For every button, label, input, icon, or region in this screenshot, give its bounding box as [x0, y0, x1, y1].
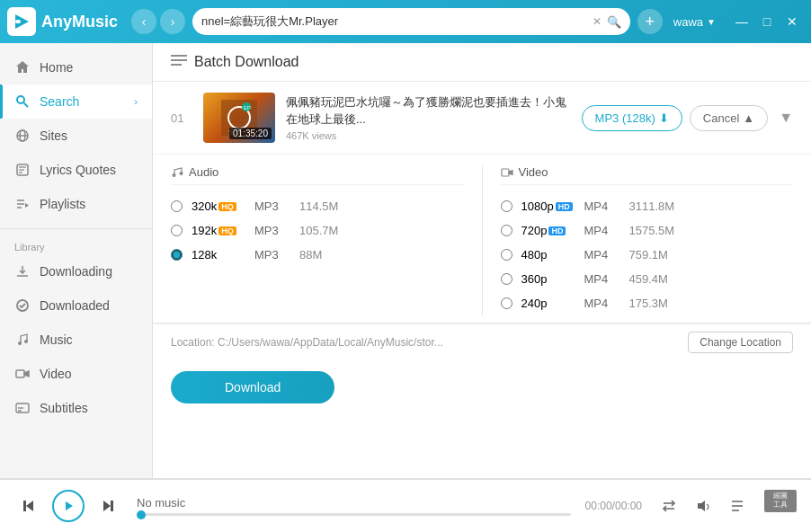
volume-button[interactable]	[691, 493, 716, 519]
batch-title: Batch Download	[194, 54, 299, 70]
format-label: MP3 (128k)	[595, 111, 655, 125]
track-row: 01 全集 EP 01:35:20 佩佩豬玩泥巴水坑囉～為了獲勝爛泥也要插進去！…	[153, 82, 811, 155]
repeat-button[interactable]	[656, 493, 682, 519]
audio-option-128k[interactable]: 128k MP3 88M	[171, 243, 464, 267]
progress-indicator	[137, 510, 146, 519]
nav-buttons: ‹ ›	[131, 9, 185, 34]
next-button[interactable]	[94, 492, 122, 520]
check-icon	[14, 297, 31, 314]
change-location-button[interactable]: Change Location	[688, 332, 793, 353]
svg-rect-37	[23, 501, 26, 511]
svg-point-32	[173, 173, 176, 177]
sidebar-item-search[interactable]: Search ›	[0, 84, 152, 119]
track-info: 佩佩豬玩泥巴水坑囉～為了獲勝爛泥也要插進去！小鬼在地球上最後... 467K v…	[286, 94, 571, 140]
player-progress-bar[interactable]	[137, 513, 571, 516]
format-select-button[interactable]: MP3 (128k) ⬇	[582, 105, 682, 131]
sidebar-label-subtitles: Subtitles	[40, 401, 88, 415]
queue-button[interactable]	[725, 493, 750, 519]
address-bar[interactable]: nnel=綜藝玩很大Mr.Player ✕ 🔍	[192, 8, 630, 35]
svg-rect-1	[15, 20, 21, 23]
track-expand-icon[interactable]: ▼	[779, 110, 793, 126]
audio-column: Audio 320kHQ MP3 114.5M 192kHQ MP3	[171, 165, 464, 315]
svg-rect-40	[111, 501, 113, 511]
cancel-button[interactable]: Cancel ▲	[690, 105, 768, 131]
quality-128k: 128k	[192, 248, 245, 262]
sidebar-label-sites: Sites	[40, 129, 67, 143]
hd-badge-720p: HD	[548, 226, 566, 235]
sidebar-item-downloading[interactable]: Downloading	[0, 254, 152, 288]
content-area: Batch Download 01 全集 EP 01:35:20 佩佩豬玩泥	[153, 43, 811, 478]
hd-badge-1080p: HD	[556, 202, 573, 211]
audio-option-320k[interactable]: 320kHQ MP3 114.5M	[171, 194, 464, 218]
app-logo: AnyMusic	[7, 7, 124, 36]
video-option-240p[interactable]: 240p MP4 175.3M	[501, 291, 794, 315]
sidebar: Home Search › Sites Lyrics Quotes Play	[0, 43, 153, 478]
close-button[interactable]: ✕	[780, 10, 804, 33]
format-type-128k: MP3	[254, 248, 290, 262]
video-radio-1080p[interactable]	[501, 200, 512, 212]
sidebar-item-music[interactable]: Music	[0, 323, 152, 357]
address-text: nnel=綜藝玩很大Mr.Player	[201, 13, 587, 30]
add-tab-button[interactable]: +	[637, 9, 663, 34]
svg-marker-38	[66, 501, 73, 510]
download-button[interactable]: Download	[171, 371, 334, 403]
forward-button[interactable]: ›	[160, 9, 185, 34]
svg-marker-35	[509, 170, 512, 174]
format-divider	[482, 165, 483, 315]
quality-720p: 720pHD	[521, 224, 575, 237]
user-name: wawa	[673, 15, 703, 29]
cancel-chevron-icon: ▲	[743, 111, 754, 125]
previous-button[interactable]	[14, 492, 43, 520]
track-duration: 01:35:20	[229, 128, 272, 139]
svg-line-3	[24, 103, 29, 108]
audio-option-192k[interactable]: 192kHQ MP3 105.7M	[171, 218, 464, 243]
video-option-480p[interactable]: 480p MP4 759.1M	[501, 243, 794, 267]
hq-badge-192k: HQ	[218, 226, 236, 235]
audio-radio-128k[interactable]	[171, 249, 183, 261]
library-label: Library	[0, 236, 152, 254]
video-option-360p[interactable]: 360p MP4 459.4M	[501, 267, 794, 291]
sidebar-item-playlists[interactable]: Playlists	[0, 187, 152, 221]
home-icon	[14, 59, 31, 75]
sidebar-item-sites[interactable]: Sites	[0, 119, 152, 153]
video-option-720p[interactable]: 720pHD MP4 1575.5M	[501, 218, 794, 243]
sidebar-item-downloaded[interactable]: Downloaded	[0, 288, 152, 323]
svg-text:EP: EP	[244, 105, 251, 111]
sidebar-label-search: Search	[40, 94, 79, 109]
audio-radio-192k[interactable]	[171, 225, 183, 236]
sidebar-item-home[interactable]: Home	[0, 50, 152, 84]
title-bar: AnyMusic ‹ › nnel=綜藝玩很大Mr.Player ✕ 🔍 + w…	[0, 0, 811, 43]
quality-192k: 192kHQ	[192, 224, 245, 237]
sidebar-item-lyrics[interactable]: Lyrics Quotes	[0, 153, 152, 187]
back-button[interactable]: ‹	[131, 9, 156, 34]
play-button[interactable]	[52, 490, 85, 522]
video-column: Video 1080pHD MP4 3111.8M 720pHD MP4	[501, 165, 794, 315]
lyrics-icon	[14, 162, 31, 178]
video-radio-360p[interactable]	[501, 273, 512, 285]
music-icon	[14, 332, 31, 348]
maximize-button[interactable]: □	[755, 10, 779, 33]
globe-icon	[14, 128, 31, 144]
video-radio-720p[interactable]	[501, 225, 512, 236]
format-size-360p: 459.4M	[629, 272, 683, 286]
video-option-1080p[interactable]: 1080pHD MP4 3111.8M	[501, 194, 794, 218]
video-radio-480p[interactable]	[501, 249, 512, 261]
address-search-icon: 🔍	[607, 15, 621, 29]
watermark: 縮圖工具	[764, 490, 797, 512]
cancel-label: Cancel	[703, 111, 739, 125]
address-clear-icon[interactable]: ✕	[593, 15, 602, 28]
user-chevron-icon: ▼	[707, 17, 716, 27]
format-size-128k: 88M	[299, 248, 353, 262]
audio-radio-320k[interactable]	[171, 200, 183, 212]
sidebar-item-video[interactable]: Video	[0, 357, 152, 391]
svg-marker-14	[25, 203, 29, 208]
download-section: Download	[153, 360, 811, 414]
sidebar-item-subtitles[interactable]: Subtitles	[0, 391, 152, 425]
video-radio-240p[interactable]	[501, 297, 512, 309]
search-icon	[14, 93, 31, 110]
audio-header: Audio	[171, 165, 464, 185]
subtitles-icon	[14, 400, 31, 416]
minimize-button[interactable]: —	[730, 10, 753, 33]
svg-marker-20	[24, 371, 29, 377]
format-type-320k: MP3	[254, 200, 290, 213]
